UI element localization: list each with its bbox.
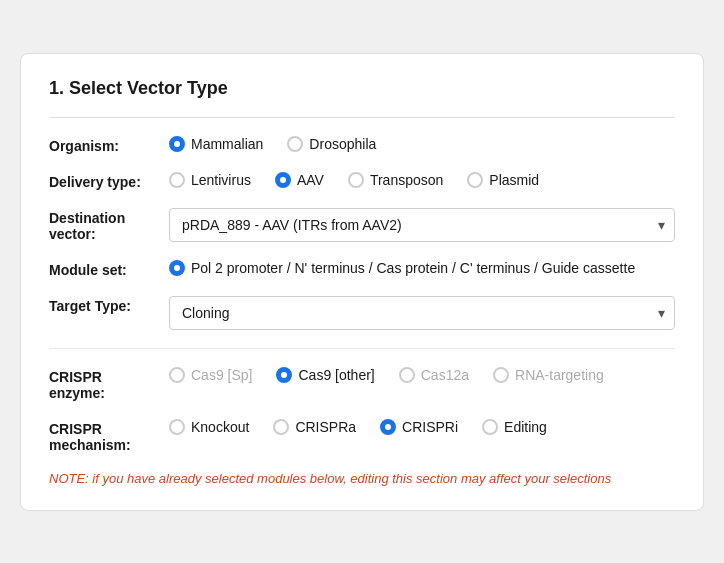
crispr-mechanism-crispra-label: CRISPRa bbox=[295, 419, 356, 435]
delivery-aav-option[interactable]: AAV bbox=[275, 172, 324, 188]
crispr-enzyme-cas9sp-radio[interactable] bbox=[169, 367, 185, 383]
delivery-lentivirus-radio[interactable] bbox=[169, 172, 185, 188]
crispr-enzyme-rna-option[interactable]: RNA-targeting bbox=[493, 367, 604, 383]
crispr-mechanism-crispri-label: CRISPRi bbox=[402, 419, 458, 435]
delivery-plasmid-option[interactable]: Plasmid bbox=[467, 172, 539, 188]
module-set-option[interactable]: Pol 2 promoter / N' terminus / Cas prote… bbox=[169, 260, 635, 276]
organism-mammalian-label: Mammalian bbox=[191, 136, 263, 152]
crispr-enzyme-cas12a-label: Cas12a bbox=[421, 367, 469, 383]
delivery-transposon-radio[interactable] bbox=[348, 172, 364, 188]
delivery-plasmid-radio[interactable] bbox=[467, 172, 483, 188]
delivery-transposon-option[interactable]: Transposon bbox=[348, 172, 443, 188]
organism-mammalian-option[interactable]: Mammalian bbox=[169, 136, 263, 152]
destination-vector-row: Destination vector: pRDA_889 - AAV (ITRs… bbox=[49, 208, 675, 242]
delivery-lentivirus-option[interactable]: Lentivirus bbox=[169, 172, 251, 188]
target-type-row: Target Type: Cloning ▾ bbox=[49, 296, 675, 330]
delivery-type-row: Delivery type: Lentivirus AAV Transposon… bbox=[49, 172, 675, 190]
destination-vector-dropdown[interactable]: pRDA_889 - AAV (ITRs from AAV2) bbox=[169, 208, 675, 242]
delivery-type-label: Delivery type: bbox=[49, 172, 169, 190]
crispr-enzyme-row: CRISPR enzyme: Cas9 [Sp] Cas9 [other] Ca… bbox=[49, 367, 675, 401]
crispr-enzyme-cas9sp-option[interactable]: Cas9 [Sp] bbox=[169, 367, 252, 383]
organism-mammalian-radio[interactable] bbox=[169, 136, 185, 152]
crispr-mechanism-options: Knockout CRISPRa CRISPRi Editing bbox=[169, 419, 675, 435]
organism-drosophila-label: Drosophila bbox=[309, 136, 376, 152]
crispr-mechanism-knockout-option[interactable]: Knockout bbox=[169, 419, 249, 435]
section-divider bbox=[49, 117, 675, 118]
destination-vector-dropdown-wrapper: pRDA_889 - AAV (ITRs from AAV2) ▾ bbox=[169, 208, 675, 242]
crispr-mechanism-crispri-radio[interactable] bbox=[380, 419, 396, 435]
crispr-enzyme-cas9other-radio[interactable] bbox=[276, 367, 292, 383]
organism-row: Organism: Mammalian Drosophila bbox=[49, 136, 675, 154]
crispr-enzyme-cas12a-radio[interactable] bbox=[399, 367, 415, 383]
mid-divider bbox=[49, 348, 675, 349]
delivery-aav-label: AAV bbox=[297, 172, 324, 188]
crispr-enzyme-rna-radio[interactable] bbox=[493, 367, 509, 383]
select-vector-type-card: 1. Select Vector Type Organism: Mammalia… bbox=[20, 53, 704, 511]
organism-label: Organism: bbox=[49, 136, 169, 154]
crispr-enzyme-cas9other-option[interactable]: Cas9 [other] bbox=[276, 367, 374, 383]
module-set-value: Pol 2 promoter / N' terminus / Cas prote… bbox=[191, 260, 635, 276]
delivery-lentivirus-label: Lentivirus bbox=[191, 172, 251, 188]
target-type-dropdown-wrapper: Cloning ▾ bbox=[169, 296, 675, 330]
module-set-label: Module set: bbox=[49, 260, 169, 278]
module-set-content: Pol 2 promoter / N' terminus / Cas prote… bbox=[169, 260, 675, 276]
crispr-enzyme-cas9sp-label: Cas9 [Sp] bbox=[191, 367, 252, 383]
target-type-dropdown[interactable]: Cloning bbox=[169, 296, 675, 330]
crispr-mechanism-crispri-option[interactable]: CRISPRi bbox=[380, 419, 458, 435]
delivery-plasmid-label: Plasmid bbox=[489, 172, 539, 188]
crispr-enzyme-options: Cas9 [Sp] Cas9 [other] Cas12a RNA-target… bbox=[169, 367, 675, 383]
crispr-mechanism-label: CRISPR mechanism: bbox=[49, 419, 169, 453]
organism-options: Mammalian Drosophila bbox=[169, 136, 675, 152]
delivery-transposon-label: Transposon bbox=[370, 172, 443, 188]
crispr-mechanism-editing-label: Editing bbox=[504, 419, 547, 435]
module-set-radio[interactable] bbox=[169, 260, 185, 276]
delivery-aav-radio[interactable] bbox=[275, 172, 291, 188]
organism-drosophila-option[interactable]: Drosophila bbox=[287, 136, 376, 152]
crispr-mechanism-editing-option[interactable]: Editing bbox=[482, 419, 547, 435]
target-type-content: Cloning ▾ bbox=[169, 296, 675, 330]
organism-drosophila-radio[interactable] bbox=[287, 136, 303, 152]
crispr-mechanism-row: CRISPR mechanism: Knockout CRISPRa CRISP… bbox=[49, 419, 675, 453]
crispr-mechanism-knockout-radio[interactable] bbox=[169, 419, 185, 435]
target-type-label: Target Type: bbox=[49, 296, 169, 314]
crispr-mechanism-editing-radio[interactable] bbox=[482, 419, 498, 435]
delivery-type-options: Lentivirus AAV Transposon Plasmid bbox=[169, 172, 675, 188]
crispr-mechanism-knockout-label: Knockout bbox=[191, 419, 249, 435]
note-text: NOTE: if you have already selected modul… bbox=[49, 471, 675, 486]
crispr-mechanism-crispra-radio[interactable] bbox=[273, 419, 289, 435]
crispr-enzyme-label: CRISPR enzyme: bbox=[49, 367, 169, 401]
module-set-row: Module set: Pol 2 promoter / N' terminus… bbox=[49, 260, 675, 278]
destination-vector-label: Destination vector: bbox=[49, 208, 169, 242]
section-title: 1. Select Vector Type bbox=[49, 78, 675, 99]
crispr-enzyme-rna-label: RNA-targeting bbox=[515, 367, 604, 383]
crispr-mechanism-crispra-option[interactable]: CRISPRa bbox=[273, 419, 356, 435]
crispr-enzyme-cas12a-option[interactable]: Cas12a bbox=[399, 367, 469, 383]
destination-vector-content: pRDA_889 - AAV (ITRs from AAV2) ▾ bbox=[169, 208, 675, 242]
crispr-enzyme-cas9other-label: Cas9 [other] bbox=[298, 367, 374, 383]
